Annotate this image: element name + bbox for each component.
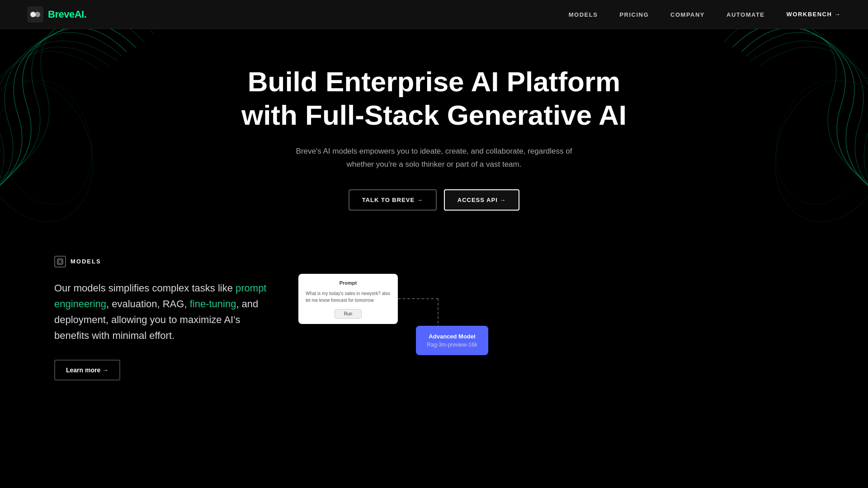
svg-point-4	[0, 70, 105, 215]
prompt-box-title: Prompt	[306, 280, 391, 286]
models-label-icon	[54, 256, 66, 267]
svg-point-2	[35, 12, 40, 17]
svg-point-5	[756, 65, 868, 237]
hero-subtitle: Breve's AI models empowers you to ideate…	[285, 145, 583, 171]
wave-right-decoration	[714, 29, 868, 238]
nav-automate[interactable]: AUTOMATE	[726, 11, 764, 18]
svg-rect-8	[59, 260, 62, 263]
nav-workbench[interactable]: WORKBENCH →	[787, 11, 841, 18]
prompt-box-text: What is my today's sales in newyork? als…	[306, 290, 391, 304]
logo[interactable]: BreveAI.	[27, 6, 86, 23]
logo-text: BreveAI.	[48, 9, 86, 20]
models-section: MODELS Our models simplifies complex tas…	[0, 238, 868, 408]
navigation: BreveAI. MODELS PRICING COMPANY AUTOMATE…	[0, 0, 868, 29]
nav-pricing[interactable]: PRICING	[619, 11, 649, 18]
logo-icon	[27, 6, 43, 23]
highlight-fine-tuning: fine-tuning	[190, 298, 236, 310]
hero-section: Build Enterprise AI Platform with Full-S…	[0, 29, 868, 238]
learn-more-button[interactable]: Learn more →	[54, 360, 120, 380]
prompt-run-button[interactable]: Run	[335, 309, 362, 319]
nav-links: MODELS PRICING COMPANY AUTOMATE WORKBENC…	[569, 10, 841, 19]
talk-to-breve-button[interactable]: TALK TO BREVE →	[349, 189, 437, 211]
wave-left-decoration	[0, 29, 154, 238]
svg-point-6	[763, 70, 868, 215]
hero-buttons: TALK TO BREVE → ACCESS API →	[349, 189, 520, 211]
nav-models[interactable]: MODELS	[569, 11, 598, 18]
models-label: MODELS	[54, 256, 271, 267]
model-chip-title: Advanced Model	[427, 333, 477, 340]
model-chip-subtitle: Rag-3m-preview-16k	[427, 342, 477, 348]
models-label-text: MODELS	[71, 258, 101, 265]
models-diagram: Prompt What is my today's sales in newyo…	[298, 256, 814, 355]
access-api-button[interactable]: ACCESS API →	[444, 189, 520, 211]
model-chip: Advanced Model Rag-3m-preview-16k	[416, 326, 488, 355]
connector-horizontal	[398, 298, 439, 299]
svg-point-3	[0, 65, 112, 237]
models-description: Our models simplifies complex tasks like…	[54, 280, 271, 344]
models-left-content: MODELS Our models simplifies complex tas…	[54, 256, 271, 381]
svg-rect-7	[57, 259, 63, 264]
nav-company[interactable]: COMPANY	[670, 11, 705, 18]
prompt-box: Prompt What is my today's sales in newyo…	[298, 274, 398, 324]
hero-heading: Build Enterprise AI Platform with Full-S…	[241, 65, 627, 132]
diagram-wrapper: Prompt What is my today's sales in newyo…	[298, 274, 488, 355]
